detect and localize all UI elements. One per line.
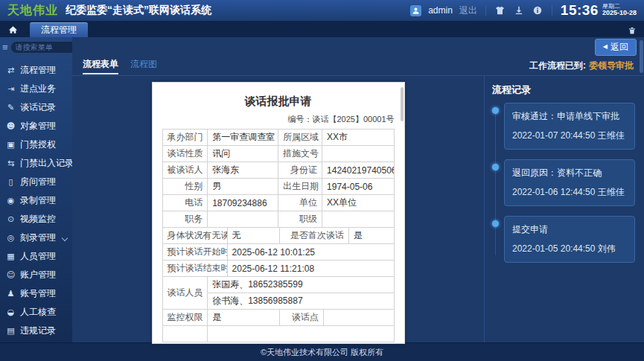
- trash-icon[interactable]: [628, 26, 637, 35]
- sidebar-item-access-in-out-records[interactable]: ⇆ 门禁出入记录: [0, 154, 72, 173]
- sidebar-item-room-management[interactable]: ▯ 房间管理: [0, 173, 72, 191]
- process-log-card: 审核通过：申请单线下审批 2022-01-07 20:44:50 王维佳: [504, 103, 635, 150]
- back-label: 返回: [610, 41, 628, 54]
- chevron-down-icon: [62, 234, 68, 240]
- sidebar-search-row: ≡: [0, 37, 72, 57]
- monitor-value: 是: [208, 310, 279, 326]
- form-number: 编号：谈话【2025】00001号: [162, 114, 395, 125]
- timeline-dot-icon: [492, 220, 499, 227]
- person-icon: ♟: [6, 289, 16, 298]
- download-icon[interactable]: [513, 4, 525, 16]
- monitor-label: 监控权限: [162, 310, 208, 326]
- nature-value: 讯问: [208, 146, 278, 162]
- region-value: XX市: [322, 130, 394, 146]
- talk-point-value: [323, 310, 394, 326]
- sidebar-item-video-surveillance[interactable]: ⊙ 视频监控: [0, 210, 72, 229]
- subtab-row: 流程表单 流程图 工作流程已到: 委领导审批: [72, 57, 644, 76]
- back-button[interactable]: ◀ 返回: [595, 39, 637, 56]
- header-divider: [552, 5, 552, 16]
- sidebar-item-account-management[interactable]: ☺ 账户管理: [0, 266, 72, 284]
- empty-value-cell: [208, 326, 394, 342]
- process-log-title: 流程记录: [492, 83, 635, 97]
- sidebar-item-violation-records[interactable]: ▤ 违规记录: [0, 322, 72, 340]
- entry-icon: ⇥: [6, 84, 16, 94]
- pencil-icon: ✎: [6, 103, 16, 112]
- empty-label-cell: [162, 326, 208, 342]
- form-table-risk: 身体状况有无谈话风险 无 是否首次谈话 是: [162, 227, 395, 244]
- sidebar-item-process-management[interactable]: ⇄ 流程管理: [0, 61, 72, 80]
- table-row: [162, 326, 394, 342]
- theme-skin-icon[interactable]: [494, 4, 506, 16]
- sidebar-item-access-authorization[interactable]: ▣ 门禁授权: [0, 135, 72, 154]
- username: admin: [428, 5, 453, 16]
- person-value: 张海东: [208, 162, 278, 179]
- id-card-icon: ▦: [6, 252, 16, 261]
- rank-label: 职级: [278, 211, 322, 228]
- tab-process-diagram[interactable]: 流程图: [130, 58, 157, 74]
- logout-link[interactable]: 退出: [459, 4, 477, 17]
- table-row: 监控权限 是 谈话点: [162, 310, 394, 326]
- gender-value: 男: [208, 179, 278, 195]
- process-log-entry: 提交申请 2022-01-05 20:44:50 刘伟: [504, 216, 635, 263]
- sidebar-item-personnel-management[interactable]: ▦ 人员管理: [0, 247, 72, 266]
- door-inout-icon: ⇆: [6, 159, 16, 168]
- sidebar-item-talk-records[interactable]: ✎ 谈话记录: [0, 98, 72, 117]
- user-icon: ☺: [6, 270, 16, 280]
- workflow-status: 工作流程已到: 委领导审批: [529, 60, 634, 72]
- collapse-menu-icon[interactable]: ≡: [2, 42, 8, 52]
- entry-time: 2022-01-07 20:44:50: [512, 130, 595, 141]
- footer: ©天地伟业技术有限公司 版权所有: [0, 342, 644, 361]
- table-row: 谈话性质 讯问 措施文号: [162, 146, 394, 162]
- tab-process-form[interactable]: 流程表单: [83, 58, 118, 74]
- doc-label: 措施文号: [278, 146, 322, 162]
- tab-process-management[interactable]: 流程管理: [30, 22, 88, 37]
- id-value: 142402197405065122: [322, 162, 394, 179]
- table-row: 身体状况有无谈话风险 无 是否首次谈话 是: [162, 228, 394, 244]
- process-flow-icon: ⇄: [6, 66, 16, 75]
- table-row: 预计谈话结束时间 2025-06-12 11:21:08: [162, 261, 394, 277]
- sidebar-item-burning-management[interactable]: ◎ 刻录管理: [0, 229, 72, 247]
- table-row: 电话 18709234886 单位 XX单位: [162, 195, 394, 211]
- unit-label: 单位: [278, 195, 322, 211]
- form-scrollbar-thumb[interactable]: [401, 87, 404, 121]
- tab-label: 流程管理: [41, 24, 77, 36]
- table-row: 职务 职级: [162, 211, 394, 228]
- start-time-value: 2025-06-12 10:01:25: [227, 244, 394, 261]
- end-time-label: 预计谈话结束时间: [162, 261, 227, 277]
- info-icon[interactable]: [532, 4, 543, 16]
- user-avatar-icon: [410, 5, 421, 16]
- birth-value: 1974-05-06: [322, 179, 394, 195]
- first-talk-value: 是: [348, 228, 394, 244]
- entry-meta: 2022-01-06 12:44:50 王维佳: [512, 186, 627, 199]
- sidebar-item-entry-business[interactable]: ⇥ 进点业务: [0, 80, 72, 98]
- process-log-entry: 审核通过：申请单线下审批 2022-01-07 20:44:50 王维佳: [504, 103, 635, 150]
- clock-time: 15:36: [561, 2, 599, 19]
- nature-label: 谈话性质: [162, 146, 208, 162]
- staff-label: 谈话人员: [162, 277, 208, 310]
- page-scrollbar-thumb[interactable]: [640, 40, 643, 73]
- sidebar-item-manual-check[interactable]: ◒ 人工核查: [0, 303, 72, 322]
- app-header: 天地伟业 纪委监委“走读式”联网谈话系统 admin 退出 15:36: [0, 0, 644, 21]
- approval-form-sheet: 谈话报批申请 编号：谈话【2025】00001号 承办部门 第一审查调查室 所属…: [152, 82, 405, 344]
- main-area: ◀ 返回 流程表单 流程图 工作流程已到: 委领导审批 谈话报批申请: [72, 37, 644, 342]
- staff-line2: 徐书海、13856985887: [208, 293, 394, 310]
- sidebar-item-recording-management[interactable]: ◉ 录制管理: [0, 191, 72, 210]
- start-time-label: 预计谈话开始时间: [162, 244, 227, 261]
- doc-value: [322, 146, 394, 162]
- disc-icon: ◎: [6, 233, 16, 243]
- duty-value: [208, 211, 278, 228]
- unit-value: XX单位: [322, 195, 394, 211]
- table-row: 谈话人员 张国寿、18652385599: [162, 277, 394, 293]
- first-talk-label: 是否首次谈话: [279, 228, 348, 244]
- sidebar-item-object-management[interactable]: ☻ 对象管理: [0, 117, 72, 135]
- entry-text: 退回原因：资料不正确: [512, 167, 627, 179]
- check-icon: ◒: [6, 307, 16, 317]
- sidebar-item-account-number-management[interactable]: ♟ 账号管理: [0, 284, 72, 303]
- workflow-status-value: 委领导审批: [589, 60, 634, 72]
- entry-time: 2022-01-06 12:44:50: [512, 187, 595, 197]
- process-log-card: 提交申请 2022-01-05 20:44:50 刘伟: [504, 216, 635, 263]
- process-log-entry: 退回原因：资料不正确 2022-01-06 12:44:50 王维佳: [504, 159, 635, 206]
- back-arrow-icon: ◀: [603, 44, 608, 50]
- home-icon[interactable]: [4, 22, 21, 37]
- content-row: 谈话报批申请 编号：谈话【2025】00001号 承办部门 第一审查调查室 所属…: [72, 76, 644, 342]
